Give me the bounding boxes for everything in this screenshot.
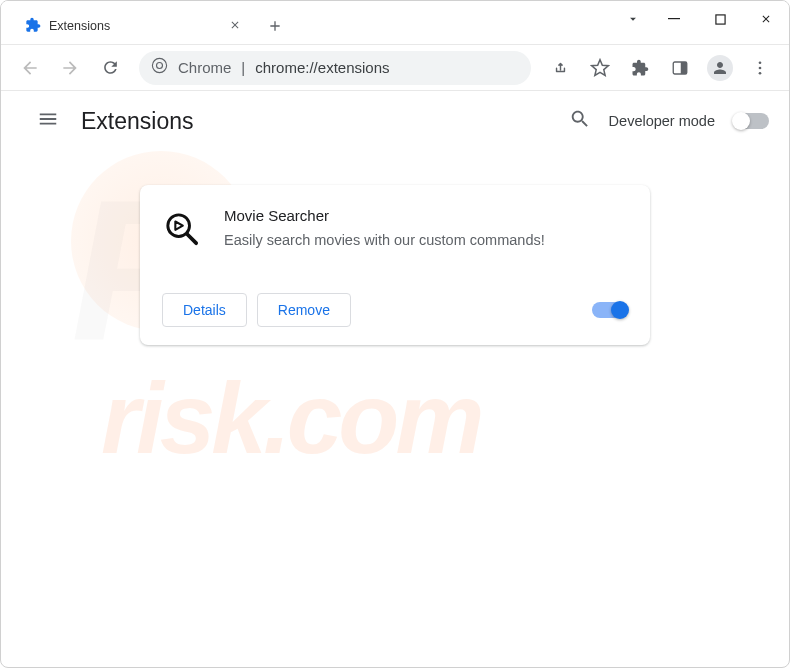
- developer-mode-toggle[interactable]: [733, 113, 769, 129]
- details-button[interactable]: Details: [162, 293, 247, 327]
- back-button[interactable]: [13, 51, 47, 85]
- profile-button[interactable]: [703, 51, 737, 85]
- url-path: chrome://extensions: [255, 59, 389, 76]
- menu-icon[interactable]: [743, 51, 777, 85]
- svg-point-7: [759, 66, 762, 69]
- url-scheme: Chrome: [178, 59, 231, 76]
- svg-rect-5: [681, 62, 687, 74]
- side-panel-icon[interactable]: [663, 51, 697, 85]
- svg-point-8: [759, 71, 762, 74]
- address-bar[interactable]: Chrome | chrome://extensions: [139, 51, 531, 85]
- maximize-button[interactable]: [697, 1, 743, 37]
- titlebar: Extensions: [1, 1, 789, 45]
- svg-rect-0: [668, 18, 680, 19]
- tab-search-button[interactable]: [615, 1, 651, 37]
- url-separator: |: [241, 59, 245, 76]
- watermark-subtext: risk.com: [101, 361, 480, 476]
- bookmark-icon[interactable]: [583, 51, 617, 85]
- page-title: Extensions: [81, 108, 194, 135]
- developer-mode-label: Developer mode: [609, 113, 715, 129]
- svg-point-6: [759, 61, 762, 64]
- tab-title: Extensions: [49, 19, 110, 33]
- url-text: Chrome | chrome://extensions: [178, 59, 390, 76]
- new-tab-button[interactable]: [261, 12, 289, 40]
- toolbar: Chrome | chrome://extensions: [1, 45, 789, 91]
- extensions-icon[interactable]: [623, 51, 657, 85]
- extension-puzzle-icon: [25, 17, 41, 36]
- extension-description: Easily search movies with our custom com…: [224, 230, 545, 251]
- svg-rect-1: [715, 14, 724, 23]
- forward-button[interactable]: [53, 51, 87, 85]
- extension-name: Movie Searcher: [224, 207, 545, 224]
- extension-enable-toggle[interactable]: [592, 302, 628, 318]
- reload-button[interactable]: [93, 51, 127, 85]
- remove-button[interactable]: Remove: [257, 293, 351, 327]
- search-icon[interactable]: [569, 108, 591, 134]
- page-header: Extensions Developer mode: [1, 91, 789, 151]
- window-controls: [615, 1, 789, 37]
- avatar-icon: [707, 55, 733, 81]
- share-icon[interactable]: [543, 51, 577, 85]
- close-tab-icon[interactable]: [229, 18, 241, 34]
- hamburger-menu-icon[interactable]: [37, 108, 59, 134]
- content-area: Movie Searcher Easily search movies with…: [1, 151, 789, 345]
- extension-card: Movie Searcher Easily search movies with…: [140, 185, 650, 345]
- close-window-button[interactable]: [743, 1, 789, 37]
- extension-app-icon: [162, 209, 202, 249]
- chrome-icon: [151, 57, 168, 78]
- svg-point-3: [157, 63, 163, 69]
- browser-tab[interactable]: Extensions: [13, 8, 253, 44]
- minimize-button[interactable]: [651, 1, 697, 37]
